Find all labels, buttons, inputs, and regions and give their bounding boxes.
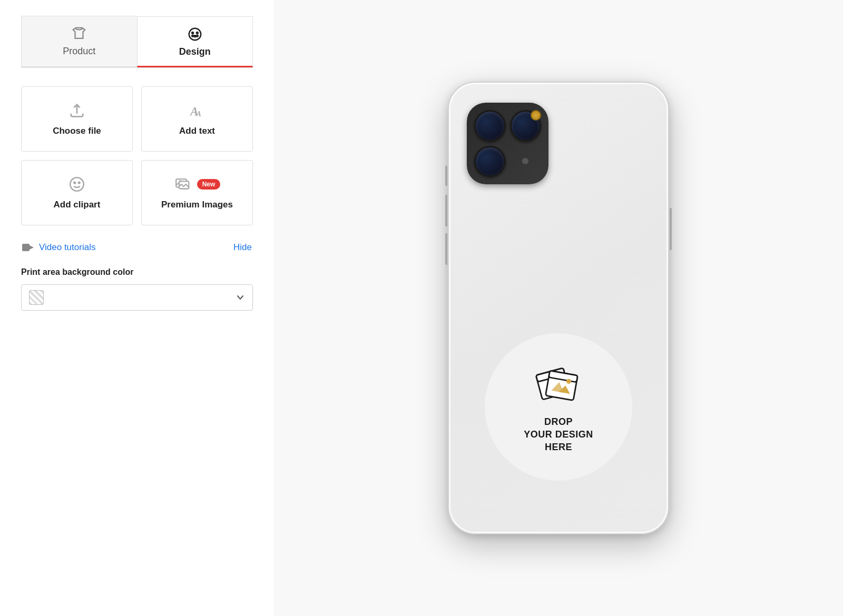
video-tutorials-label: Video tutorials xyxy=(39,242,95,253)
color-swatch xyxy=(29,290,44,305)
svg-point-0 xyxy=(189,28,201,41)
flash xyxy=(531,110,541,121)
tab-bar: Product Design xyxy=(21,16,253,68)
svg-rect-14 xyxy=(22,244,30,251)
svg-point-8 xyxy=(70,177,84,191)
camera-lens-main xyxy=(474,110,506,142)
chevron-down-icon xyxy=(236,293,245,302)
premium-header: New xyxy=(174,175,221,193)
tab-product[interactable]: Product xyxy=(21,16,137,67)
tab-design-label: Design xyxy=(179,46,211,57)
choose-file-label: Choose file xyxy=(53,126,101,136)
images-icon xyxy=(174,175,192,193)
add-text-label: Add text xyxy=(179,126,215,136)
hide-link[interactable]: Hide xyxy=(233,242,252,253)
svg-point-2 xyxy=(197,32,198,34)
color-select-dropdown[interactable] xyxy=(21,284,253,311)
action-grid: Choose file A A Add text Add clipart xyxy=(21,86,253,225)
svg-marker-15 xyxy=(30,245,34,250)
svg-point-1 xyxy=(192,32,193,34)
add-clipart-label: Add clipart xyxy=(54,200,101,210)
smiley-icon xyxy=(68,175,86,193)
premium-images-button[interactable]: New Premium Images xyxy=(141,160,253,225)
text-icon: A A xyxy=(188,102,206,120)
add-clipart-button[interactable]: Add clipart xyxy=(21,160,133,225)
choose-file-button[interactable]: Choose file xyxy=(21,86,133,152)
svg-point-9 xyxy=(74,182,75,184)
video-tutorials-link[interactable]: Video tutorials xyxy=(22,242,95,253)
right-panel: DROP YOUR DESIGN HERE xyxy=(274,0,843,616)
left-panel: Product Design Choose file xyxy=(0,0,274,616)
print-area-section: Print area background color xyxy=(21,267,253,311)
tab-product-label: Product xyxy=(63,46,95,57)
upload-icon xyxy=(68,102,86,120)
phone-body: DROP YOUR DESIGN HERE xyxy=(448,82,669,534)
drop-zone[interactable]: DROP YOUR DESIGN HERE xyxy=(485,333,632,481)
side-button-mute xyxy=(445,166,447,186)
camera-lens-wide xyxy=(474,146,506,177)
side-button-volume-down xyxy=(445,233,447,265)
video-camera-icon xyxy=(22,243,34,252)
print-area-label: Print area background color xyxy=(21,267,253,277)
video-tutorials-row: Video tutorials Hide xyxy=(21,242,253,253)
palette-icon xyxy=(187,26,203,42)
side-button-power xyxy=(670,208,672,250)
svg-point-3 xyxy=(194,35,195,37)
mic-dot xyxy=(522,158,528,164)
new-badge: New xyxy=(197,179,221,190)
svg-point-10 xyxy=(79,182,80,184)
phone-mockup: DROP YOUR DESIGN HERE xyxy=(448,82,669,534)
svg-point-4 xyxy=(192,35,193,37)
svg-text:A: A xyxy=(196,110,201,118)
tab-design[interactable]: Design xyxy=(137,16,253,67)
camera-mic xyxy=(510,146,542,177)
tshirt-icon xyxy=(71,26,87,42)
drop-text: DROP YOUR DESIGN HERE xyxy=(524,415,593,454)
svg-point-5 xyxy=(197,35,198,37)
drop-design-icon xyxy=(527,361,590,408)
camera-system xyxy=(467,103,548,184)
side-button-volume-up xyxy=(445,195,447,226)
add-text-button[interactable]: A A Add text xyxy=(141,86,253,152)
hide-label: Hide xyxy=(233,242,252,252)
premium-images-label: Premium Images xyxy=(161,200,233,210)
